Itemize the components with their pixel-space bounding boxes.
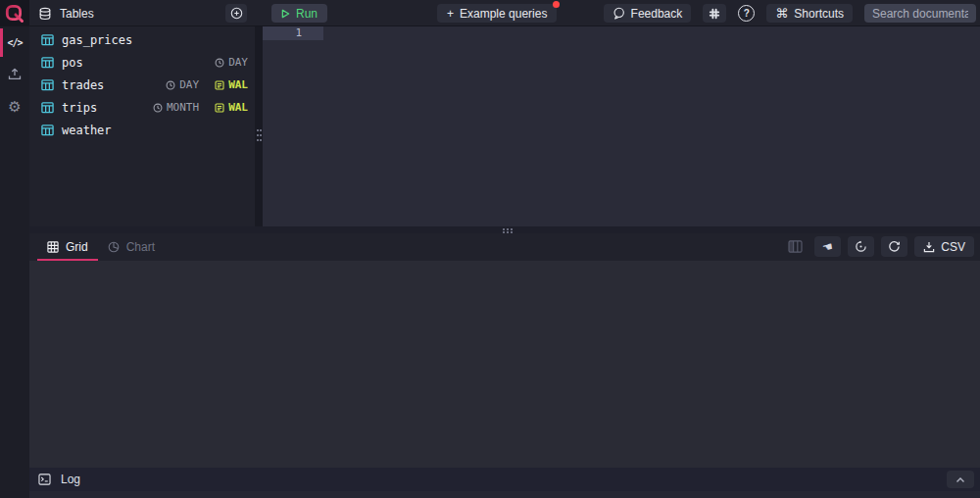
results-toolbar: Grid Chart ☚ [29, 233, 980, 261]
play-icon [281, 9, 290, 19]
speech-bubble-icon [612, 7, 625, 20]
tab-chart-label: Chart [126, 240, 155, 254]
horizontal-splitter[interactable] [29, 226, 980, 233]
questdb-logo-icon [4, 3, 25, 25]
table-row-gas-prices[interactable]: gas_prices [29, 28, 255, 51]
tables-panel-header: Tables [38, 0, 94, 26]
results-toolbar-right: ☚ [788, 236, 974, 257]
history-rewind-icon [855, 240, 867, 253]
table-name: pos [62, 56, 83, 70]
tables-panel-title: Tables [60, 7, 94, 21]
table-icon [41, 101, 54, 114]
run-label: Run [296, 7, 318, 21]
table-name: trips [62, 101, 97, 115]
clock-icon [153, 103, 163, 113]
wal-badge: WAL [215, 78, 248, 91]
refresh-button[interactable] [881, 236, 907, 257]
pie-chart-icon [108, 241, 120, 253]
tab-grid-label: Grid [66, 240, 88, 254]
drag-handle-icon [257, 129, 259, 131]
help-button[interactable]: ? [738, 5, 755, 22]
gear-icon: ⚙ [8, 100, 21, 115]
wal-journal-icon [215, 80, 224, 90]
slack-button[interactable] [703, 4, 726, 23]
partition-badge: DAY [166, 78, 199, 91]
wal-journal-icon [215, 103, 224, 113]
code-icon: </> [7, 37, 22, 48]
partition-label: MONTH [167, 101, 199, 114]
active-line-number: 1 [263, 26, 323, 40]
table-icon [41, 56, 54, 69]
table-name: trades [62, 78, 104, 92]
table-row-weather[interactable]: weather [29, 119, 255, 141]
scroll-to-left-button[interactable]: ☚ [814, 236, 841, 257]
nav-console-item[interactable]: </> [0, 28, 29, 57]
results-tabs: Grid Chart [37, 233, 165, 261]
feedback-label: Feedback [631, 7, 683, 21]
results-grid-viewport [29, 261, 980, 468]
wal-label: WAL [228, 101, 248, 114]
csv-label: CSV [941, 240, 965, 254]
notification-dot [553, 1, 560, 8]
question-mark-icon: ? [744, 8, 750, 19]
clock-icon [215, 58, 224, 68]
grid-icon [47, 241, 59, 253]
drag-handle-icon [503, 228, 505, 230]
search-documentation-input[interactable] [864, 4, 976, 23]
shortcuts-label: Shortcuts [794, 7, 844, 21]
partition-badge: MONTH [153, 101, 199, 114]
vertical-splitter[interactable] [255, 26, 263, 226]
wal-label: WAL [228, 78, 248, 91]
pointing-hand-icon: ☚ [821, 239, 834, 253]
database-icon [38, 7, 52, 21]
table-icon [41, 33, 54, 46]
add-circle-icon [230, 7, 243, 20]
chevron-up-icon [956, 476, 965, 483]
run-query-button[interactable]: Run [271, 4, 327, 23]
example-queries-label: Example queries [460, 7, 547, 21]
questdb-console: Tables Run + Example queries [0, 0, 980, 498]
nav-settings-item[interactable]: ⚙ [0, 93, 29, 122]
tab-chart[interactable]: Chart [98, 233, 165, 261]
download-csv-button[interactable]: CSV [914, 236, 974, 257]
shortcuts-button[interactable]: ⌘ Shortcuts [766, 4, 853, 23]
clock-icon [166, 80, 175, 90]
table-icon [41, 124, 54, 136]
sql-editor[interactable]: 1 [263, 26, 980, 226]
reset-grid-button[interactable] [848, 236, 874, 257]
upload-icon [8, 68, 22, 80]
partition-label: DAY [228, 56, 248, 69]
table-name: gas_prices [62, 33, 132, 47]
nav-import-item[interactable] [0, 60, 29, 88]
questdb-logo[interactable] [0, 0, 29, 26]
log-bar: Log [29, 468, 980, 491]
plus-icon: + [447, 7, 454, 21]
partition-badge: DAY [215, 56, 248, 69]
tables-panel: gas_prices pos DAY [29, 26, 255, 226]
feedback-button[interactable]: Feedback [604, 4, 692, 23]
slack-icon [709, 8, 720, 20]
table-row-trades[interactable]: trades DAY WAL [29, 74, 255, 96]
topbar-right-group: Feedback ? ⌘ Shortcuts [604, 4, 976, 23]
download-icon [923, 241, 935, 253]
table-icon [41, 78, 54, 91]
partition-label: DAY [179, 78, 199, 91]
footer-strip [29, 491, 980, 498]
table-row-pos[interactable]: pos DAY [29, 51, 255, 74]
log-title: Log [61, 473, 80, 486]
refresh-icon [888, 240, 901, 253]
log-collapse-button[interactable] [947, 471, 974, 488]
command-icon: ⌘ [775, 7, 788, 20]
terminal-icon [38, 473, 51, 485]
tab-grid[interactable]: Grid [37, 233, 98, 261]
table-name: weather [62, 124, 112, 137]
top-bar: Tables Run + Example queries [0, 0, 980, 26]
freeze-columns-icon[interactable] [788, 240, 803, 253]
wal-badge: WAL [215, 101, 248, 114]
example-queries-button[interactable]: + Example queries [437, 4, 557, 23]
table-row-trips[interactable]: trips MONTH WAL [29, 96, 255, 119]
add-table-button[interactable] [225, 4, 247, 23]
left-nav-rail: </> ⚙ [0, 26, 29, 498]
